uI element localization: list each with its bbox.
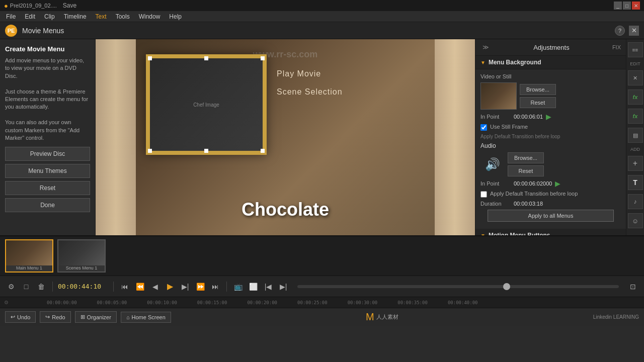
apply-default-transition-row: Apply Default Transition before loop bbox=[480, 134, 621, 139]
handle-tl[interactable] bbox=[148, 56, 152, 60]
timecode-display: 00:00:44:10 bbox=[58, 283, 108, 290]
ripple-button[interactable]: □ bbox=[20, 281, 32, 293]
timeline-ruler: ⚙ 00:00:00:00 00:00:05:00 00:00:10:00 00… bbox=[0, 297, 644, 308]
in-point-play-button[interactable]: ▶ bbox=[546, 113, 551, 121]
menu-edit[interactable]: Edit bbox=[21, 12, 39, 21]
panel-title: Create Movie Menu bbox=[5, 45, 90, 53]
menu-tools[interactable]: Tools bbox=[112, 12, 134, 21]
film-thumb-main-menu-1[interactable]: Main Menu 1 bbox=[5, 239, 53, 273]
organizer-button[interactable]: ⊞ Organizer bbox=[75, 311, 117, 323]
full-view-button[interactable]: ⊡ bbox=[627, 281, 639, 293]
menu-file[interactable]: File bbox=[2, 12, 20, 21]
in-point-row: In Point 00:00:06:01 ▶ bbox=[480, 113, 621, 121]
audio-apply-default-checkbox[interactable] bbox=[480, 191, 487, 198]
audio-label: Audio bbox=[480, 142, 511, 149]
go-to-start-button[interactable]: ⏮ bbox=[119, 281, 131, 293]
panel-close-button[interactable]: ✕ bbox=[629, 26, 639, 36]
undo-icon: ↩ bbox=[11, 314, 15, 320]
preview-disc-button[interactable]: Preview Disc bbox=[5, 147, 90, 161]
column-left-decor bbox=[96, 39, 136, 235]
effects-toolbar-button[interactable]: fx bbox=[628, 89, 643, 105]
step-forward-button[interactable]: ⏩ bbox=[194, 281, 206, 293]
menu-timeline[interactable]: Timeline bbox=[60, 12, 91, 21]
emoji-toolbar-button[interactable]: ☺ bbox=[628, 213, 643, 228]
track-settings-button[interactable]: ⚙ bbox=[5, 281, 17, 293]
color-toolbar-button[interactable]: ▤ bbox=[628, 128, 643, 143]
use-still-frame-checkbox[interactable] bbox=[480, 124, 487, 131]
handle-bl[interactable] bbox=[148, 149, 152, 153]
next-frame-button[interactable]: ▶| bbox=[179, 281, 191, 293]
audio-toolbar-button[interactable]: ♪ bbox=[628, 194, 643, 209]
zoom-out-button[interactable]: ▶| bbox=[277, 281, 289, 293]
preview-frame[interactable]: Chef Image bbox=[146, 54, 267, 155]
go-to-end-button[interactable]: ⏭ bbox=[209, 281, 221, 293]
organizer-label: Organizer bbox=[87, 314, 111, 320]
home-screen-button[interactable]: ⌂ Home Screen bbox=[121, 312, 171, 323]
step-back-button[interactable]: ⏪ bbox=[134, 281, 146, 293]
redo-button[interactable]: ↪ Redo bbox=[40, 311, 70, 323]
panel-expand-button[interactable]: ≫ bbox=[480, 42, 491, 52]
done-button[interactable]: Done bbox=[5, 198, 90, 212]
video-buttons: Browse... Reset bbox=[520, 84, 556, 108]
motion-menu-buttons-section-header[interactable]: ▼ Motion Menu Buttons bbox=[475, 229, 626, 235]
monitor-button[interactable]: 📺 bbox=[232, 281, 244, 293]
ruler-mark-3: 00:00:15:00 bbox=[197, 300, 227, 305]
app-header: PE Movie Menus ? ✕ bbox=[0, 22, 644, 39]
close-window-button[interactable]: ✕ bbox=[632, 2, 640, 10]
in-point-label: In Point bbox=[480, 114, 511, 120]
menu-text[interactable]: Text bbox=[92, 12, 111, 21]
audio-browse-button[interactable]: Browse... bbox=[508, 152, 544, 163]
menu-item-play-movie[interactable]: Play Movie bbox=[277, 69, 343, 78]
edit-toolbar-button[interactable]: ✕ bbox=[628, 70, 643, 85]
help-button[interactable]: ? bbox=[615, 26, 625, 36]
motion-menu-buttons-title: Motion Menu Buttons bbox=[489, 232, 550, 235]
zoom-in-button[interactable]: |◀ bbox=[262, 281, 274, 293]
handle-tr[interactable] bbox=[261, 56, 265, 60]
audio-reset-button[interactable]: Reset bbox=[508, 165, 544, 176]
maximize-button[interactable]: □ bbox=[623, 2, 631, 10]
apply-default-label: Apply Default Transition before loop bbox=[480, 134, 560, 139]
timeline-controls: ⚙ □ 🗑 00:00:44:10 ⏮ ⏪ ◀ ▶ ▶| ⏩ ⏭ 📺 ⬜ |◀ … bbox=[0, 276, 644, 297]
scrub-bar[interactable] bbox=[297, 285, 619, 288]
video-browse-button[interactable]: Browse... bbox=[520, 84, 556, 95]
edit-toolbar-label: EDIT bbox=[630, 61, 640, 66]
prev-frame-button[interactable]: ◀ bbox=[149, 281, 161, 293]
apply-to-all-menus-button[interactable]: Apply to all Menus bbox=[488, 210, 614, 222]
preview-area: www.rr-sc.com Chef Image Play Movie bbox=[96, 39, 475, 235]
redo-label: Redo bbox=[52, 314, 65, 320]
menu-background-section-header[interactable]: ▼ Menu Background bbox=[475, 56, 626, 69]
menu-clip[interactable]: Clip bbox=[40, 12, 59, 21]
fx-toolbar-button[interactable]: fx bbox=[628, 109, 643, 124]
play-pause-button[interactable]: ▶ bbox=[164, 281, 176, 293]
handle-bm[interactable] bbox=[204, 149, 208, 153]
menu-themes-button[interactable]: Menu Themes bbox=[5, 164, 90, 178]
audio-in-point-play-button[interactable]: ▶ bbox=[555, 179, 560, 188]
audio-label-row: Audio bbox=[480, 142, 621, 149]
minimize-button[interactable]: _ bbox=[614, 2, 622, 10]
undo-button[interactable]: ↩ Undo bbox=[5, 311, 36, 323]
text-toolbar-button[interactable]: T bbox=[628, 175, 643, 190]
add-toolbar-button[interactable]: + bbox=[628, 156, 643, 171]
title-bar: ● Prel2019_09_02.... Save _ □ ✕ bbox=[0, 0, 644, 11]
duration-value: 00:00:03:18 bbox=[514, 201, 543, 207]
menu-text-area: Play Movie Scene Selection bbox=[277, 69, 343, 97]
reset-button[interactable]: Reset bbox=[5, 181, 90, 195]
film-thumb-1-preview bbox=[6, 240, 52, 265]
handle-br[interactable] bbox=[261, 149, 265, 153]
film-thumb-scenes-menu-1[interactable]: Scenes Menu 1 bbox=[57, 239, 106, 273]
menu-help[interactable]: Help bbox=[165, 12, 186, 21]
menu-item-scene-selection[interactable]: Scene Selection bbox=[277, 87, 343, 97]
handle-tm[interactable] bbox=[204, 56, 208, 60]
scrub-thumb[interactable] bbox=[503, 283, 510, 290]
bottom-center-watermark: M 人人素材 bbox=[175, 311, 589, 323]
menu-window[interactable]: Window bbox=[135, 12, 165, 21]
ruler-mark-4: 00:00:20:00 bbox=[247, 300, 277, 305]
adjustments-toolbar-button[interactable]: ≡≡ bbox=[628, 42, 643, 57]
film-thumb-2-preview bbox=[58, 240, 105, 265]
linkedin-badge: Linkedin LEARNING bbox=[593, 314, 639, 320]
delete-button[interactable]: 🗑 bbox=[35, 281, 47, 293]
pip-button[interactable]: ⬜ bbox=[247, 281, 259, 293]
adjustments-panel: ≫ Adjustments FIX ▼ Menu Background Vide… bbox=[475, 39, 626, 235]
far-right-toolbar: ≡≡ EDIT ✕ fx fx ▤ ADD + T ♪ ☺ bbox=[626, 39, 644, 235]
video-reset-button[interactable]: Reset bbox=[520, 97, 556, 108]
